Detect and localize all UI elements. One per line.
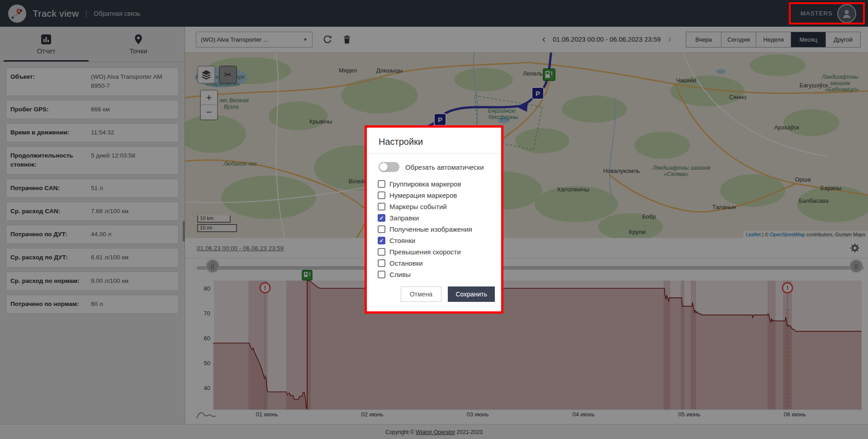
modal-checkbox-row[interactable]: Превышения скорости: [378, 246, 490, 258]
toggle-knob: [379, 163, 388, 171]
checkbox-unchecked[interactable]: [378, 180, 385, 188]
modal-title: Настройки: [367, 128, 501, 153]
modal-checkbox-row[interactable]: Остановки: [378, 258, 490, 269]
checkbox-label: Нумерация маркеров: [389, 191, 457, 199]
modal-body: Обрезать автоматически Группировка марке…: [367, 154, 501, 280]
checkbox-checked[interactable]: ✓: [378, 214, 385, 222]
checkbox-unchecked[interactable]: [378, 248, 385, 256]
checkbox-label: Сливы: [389, 271, 411, 278]
checkbox-label: Группировка маркеров: [389, 180, 461, 188]
checkbox-label: Стоянки: [389, 237, 415, 244]
checkbox-label: Заправки: [389, 214, 419, 222]
checkbox-unchecked[interactable]: [378, 191, 385, 199]
modal-checkbox-row[interactable]: ✓Стоянки: [378, 235, 490, 246]
checkbox-unchecked[interactable]: [378, 259, 385, 267]
auto-trim-label: Обрезать автоматически: [405, 163, 484, 171]
cancel-button[interactable]: Отмена: [401, 286, 441, 302]
modal-checkbox-row[interactable]: Маркеры событий: [378, 201, 490, 212]
auto-trim-row: Обрезать автоматически: [379, 162, 490, 172]
modal-checkbox-row[interactable]: Группировка маркеров: [378, 178, 490, 190]
checkbox-label: Маркеры событий: [389, 203, 447, 210]
app-screen: Track view | Обратная связь MASTERS: [0, 0, 868, 439]
modal-checkbox-row[interactable]: Полученные изображения: [378, 224, 490, 235]
modal-checkbox-row[interactable]: Сливы: [378, 269, 490, 280]
modal-checkbox-row[interactable]: ✓Заправки: [378, 212, 490, 224]
save-button[interactable]: Сохранить: [448, 286, 495, 302]
checkbox-checked[interactable]: ✓: [378, 237, 385, 244]
checkbox-unchecked[interactable]: [378, 271, 385, 278]
checkbox-unchecked[interactable]: [378, 225, 385, 233]
modal-checkbox-list: Группировка маркеровНумерация маркеровМа…: [378, 178, 490, 280]
checkbox-label: Остановки: [389, 259, 423, 267]
checkbox-label: Полученные изображения: [389, 225, 472, 233]
auto-trim-toggle[interactable]: [379, 162, 399, 172]
settings-modal: Настройки Обрезать автоматически Группир…: [365, 125, 503, 314]
modal-footer: Отмена Сохранить: [367, 280, 501, 302]
checkbox-unchecked[interactable]: [378, 203, 385, 210]
modal-checkbox-row[interactable]: Нумерация маркеров: [378, 190, 490, 201]
checkbox-label: Превышения скорости: [389, 248, 461, 256]
